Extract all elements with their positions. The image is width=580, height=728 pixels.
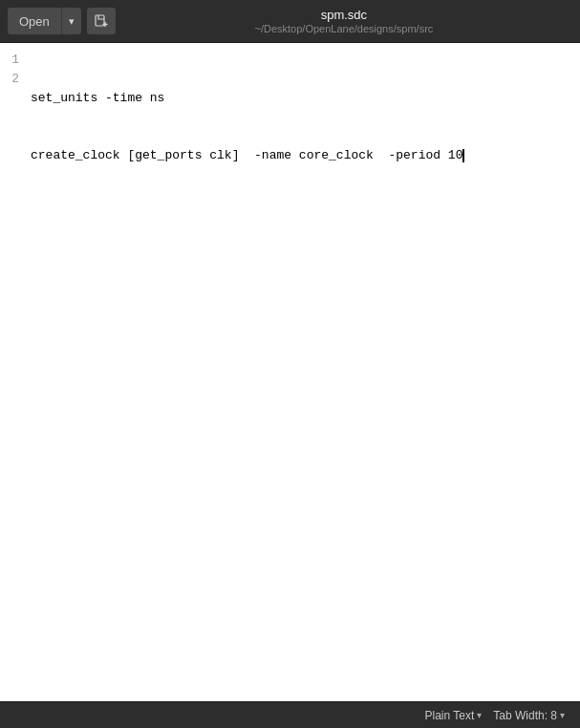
line-numbers: 1 2 [0, 43, 27, 701]
file-title: spm.sdc [116, 8, 572, 22]
line-number-1: 1 [8, 51, 19, 70]
line-number-2: 2 [8, 70, 19, 89]
titlebar: Open ▾ spm.sdc ~/Desktop/OpenLane/design… [0, 0, 580, 43]
statusbar: Plain Text ▾ Tab Width: 8 ▾ [0, 701, 580, 728]
open-button[interactable]: Open [8, 8, 61, 34]
language-label: Plain Text [424, 709, 474, 722]
chevron-down-icon: ▾ [69, 15, 75, 28]
code-line-2: create_clock [get_ports clk] -name core_… [31, 146, 580, 165]
tab-width-label: Tab Width: 8 [493, 709, 557, 722]
text-cursor [462, 149, 464, 162]
open-dropdown-button[interactable]: ▾ [61, 8, 81, 34]
code-line-1: set_units -time ns [31, 89, 580, 108]
language-chevron-icon: ▾ [477, 710, 482, 720]
open-button-group: Open ▾ [8, 8, 116, 34]
file-path: ~/Desktop/OpenLane/designs/spm/src [116, 23, 572, 34]
file-info: spm.sdc ~/Desktop/OpenLane/designs/spm/s… [116, 8, 572, 34]
editor-area[interactable]: 1 2 set_units -time ns create_clock [get… [0, 43, 580, 701]
tab-width-chevron-icon: ▾ [560, 710, 565, 720]
language-selector[interactable]: Plain Text ▾ [420, 707, 485, 724]
new-file-button[interactable] [87, 8, 116, 34]
new-file-icon [95, 14, 108, 28]
tab-width-selector[interactable]: Tab Width: 8 ▾ [489, 707, 569, 724]
code-editor[interactable]: set_units -time ns create_clock [get_por… [27, 43, 580, 701]
